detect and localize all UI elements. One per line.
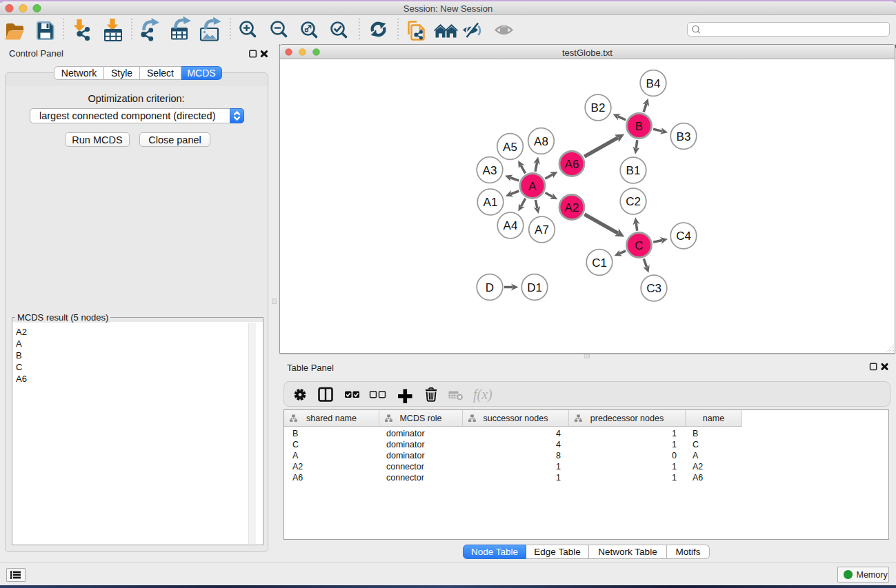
svg-text:B3: B3 — [677, 130, 691, 143]
svg-text:D: D — [486, 281, 494, 294]
svg-text:C1: C1 — [592, 256, 607, 270]
svg-text:A7: A7 — [535, 223, 549, 236]
svg-text:f(x): f(x) — [473, 387, 492, 403]
svg-text:B: B — [635, 120, 643, 133]
svg-text:A1: A1 — [484, 196, 498, 209]
svg-text:C: C — [635, 239, 643, 252]
svg-text:A5: A5 — [503, 141, 517, 154]
svg-text:D1: D1 — [527, 281, 542, 294]
svg-text:C3: C3 — [646, 282, 661, 295]
svg-text:C4: C4 — [676, 230, 691, 243]
svg-text:A6: A6 — [565, 158, 579, 171]
svg-text:A: A — [528, 180, 537, 193]
svg-text:A2: A2 — [565, 201, 579, 214]
svg-text:A3: A3 — [483, 164, 497, 177]
svg-text:B4: B4 — [646, 77, 661, 90]
svg-text:A8: A8 — [534, 135, 548, 148]
svg-text:B2: B2 — [591, 101, 606, 114]
svg-text:C2: C2 — [626, 195, 641, 208]
svg-text:B1: B1 — [626, 164, 641, 177]
svg-text:A4: A4 — [504, 219, 518, 232]
